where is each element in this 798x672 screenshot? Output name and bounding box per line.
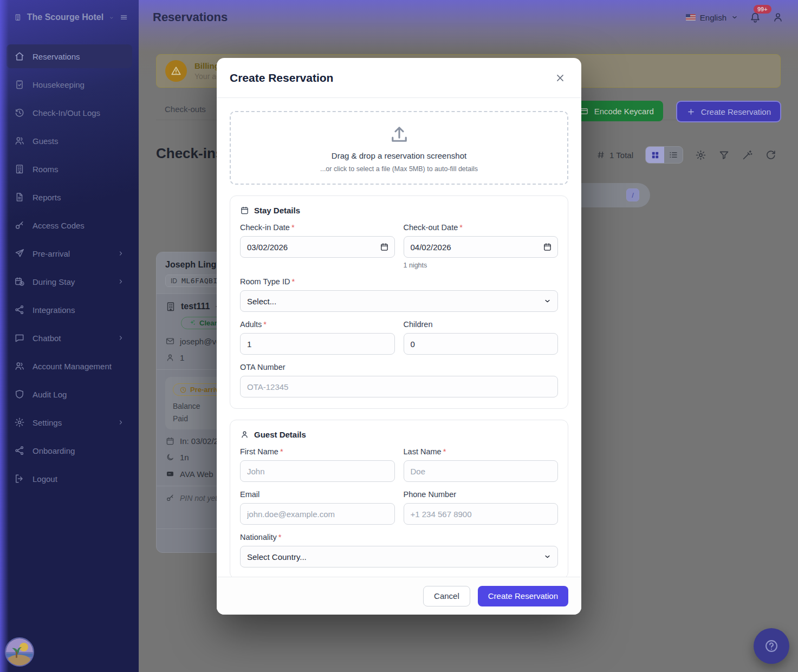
- sidebar-item-pre-arrival[interactable]: Pre-arrival: [7, 242, 132, 265]
- view-toggle: [645, 146, 683, 164]
- sidebar-item-integrations[interactable]: Integrations: [7, 298, 132, 322]
- create-reservation-submit-button[interactable]: Create Reservation: [478, 586, 568, 606]
- encode-keycard-button[interactable]: Encode Keycard: [569, 101, 663, 121]
- plus-icon: [686, 107, 696, 116]
- booking-source: AVA Web: [180, 469, 213, 479]
- check-in-date-label: Check-in Date*: [240, 223, 395, 232]
- check-ins-heading: Check-ins: [156, 145, 223, 162]
- sidebar-item-label: Account Management: [33, 362, 112, 371]
- send-icon: [14, 248, 25, 259]
- menu-icon[interactable]: [120, 11, 128, 23]
- clipboard-icon: [14, 79, 25, 90]
- screenshot-dropzone[interactable]: Drag & drop a reservation screenshot ...…: [230, 111, 568, 185]
- modal-footer: Cancel Create Reservation: [217, 577, 581, 615]
- sidebar-item-reservations[interactable]: Reservations: [7, 44, 132, 68]
- settings-button[interactable]: [695, 149, 706, 161]
- us-flag-icon: [686, 14, 696, 21]
- tab-check-outs[interactable]: Check-outs: [165, 105, 206, 114]
- adults-input[interactable]: [240, 333, 395, 355]
- hotel-icon: [14, 12, 22, 23]
- close-button[interactable]: [552, 70, 568, 86]
- close-icon: [554, 72, 566, 84]
- chevron-right-icon: [117, 250, 125, 257]
- sidebar-item-settings[interactable]: Settings: [7, 410, 132, 434]
- sidebar-item-label: Onboarding: [33, 446, 75, 455]
- create-reservation-button-toolbar[interactable]: Create Reservation: [676, 101, 781, 122]
- check-out-date-input[interactable]: [404, 236, 559, 258]
- hash-icon: [596, 151, 605, 159]
- stay-details-section: Stay Details Check-in Date* Check-out Da…: [230, 195, 568, 409]
- gear-icon: [14, 417, 25, 428]
- avatar[interactable]: [5, 637, 34, 667]
- sidebar-item-label: Reports: [33, 193, 61, 202]
- check-in-date-input[interactable]: [240, 236, 395, 258]
- sidebar-item-reports[interactable]: Reports: [7, 185, 132, 209]
- mail-icon: [165, 336, 175, 346]
- sidebar-item-access-codes[interactable]: Access Codes: [7, 213, 132, 237]
- room-type-select[interactable]: Select...: [240, 290, 558, 312]
- user-menu-button[interactable]: [772, 11, 784, 23]
- hotel-switcher[interactable]: The Scourge Hotel: [0, 0, 139, 35]
- sidebar-item-label: Guests: [33, 136, 59, 146]
- warning-icon: [165, 60, 187, 82]
- magic-wand-button[interactable]: [742, 149, 753, 161]
- sidebar-item-chatbot[interactable]: Chatbot: [7, 326, 132, 350]
- document-icon: [14, 192, 25, 203]
- clean-badge-label: Clean: [199, 319, 218, 327]
- email-input[interactable]: [240, 503, 395, 525]
- sidebar-item-audit-log[interactable]: Audit Log: [7, 382, 132, 406]
- sidebar-nav: Reservations Housekeeping Check-In/Out L…: [0, 35, 139, 491]
- sidebar-item-logout[interactable]: Logout: [7, 467, 132, 491]
- calendar-icon: [165, 436, 175, 446]
- upload-icon: [388, 123, 411, 146]
- check-out-date-label: Check-out Date*: [404, 223, 559, 232]
- filter-button[interactable]: [718, 149, 730, 161]
- key-icon: [165, 493, 175, 503]
- shield-icon: [14, 389, 25, 400]
- sidebar-item-checkin-out-logs[interactable]: Check-In/Out Logs: [7, 101, 132, 125]
- nationality-select[interactable]: Select Country...: [240, 546, 558, 567]
- island-avatar-image: [6, 638, 33, 666]
- sidebar-item-label: Audit Log: [33, 390, 67, 399]
- first-name-input[interactable]: [240, 460, 395, 482]
- users-icon: [14, 361, 25, 371]
- nights-note: 1 nights: [404, 262, 559, 269]
- sidebar-item-account-management[interactable]: Account Management: [7, 354, 132, 378]
- users-icon: [14, 135, 25, 146]
- total-count-label: 1 Total: [609, 151, 633, 160]
- chevron-right-icon: [117, 278, 125, 285]
- sidebar-item-rooms[interactable]: Rooms: [7, 157, 132, 181]
- list-view-button[interactable]: [664, 147, 683, 163]
- encode-keycard-label: Encode Keycard: [594, 107, 654, 116]
- notification-badge: 99+: [754, 5, 771, 14]
- dropzone-title: Drag & drop a reservation screenshot: [332, 151, 466, 160]
- cancel-button[interactable]: Cancel: [423, 586, 470, 606]
- history-icon: [14, 107, 25, 118]
- hotel-name: The Scourge Hotel: [27, 12, 103, 22]
- phone-input[interactable]: [404, 503, 559, 525]
- calendar-icon: [240, 206, 249, 215]
- sidebar-item-onboarding[interactable]: Onboarding: [7, 439, 132, 462]
- modal-header: Create Reservation: [217, 58, 581, 98]
- sidebar-item-housekeeping[interactable]: Housekeeping: [7, 73, 132, 96]
- grid-view-button[interactable]: [646, 147, 664, 163]
- notifications-button[interactable]: 99+: [749, 11, 761, 23]
- children-input[interactable]: [404, 333, 559, 355]
- sidebar-item-guests[interactable]: Guests: [7, 129, 132, 153]
- sidebar-item-label: During Stay: [33, 277, 75, 286]
- last-name-input[interactable]: [404, 460, 559, 482]
- sidebar-item-during-stay[interactable]: During Stay: [7, 270, 132, 293]
- id-value: ML6FAQBI: [181, 277, 218, 285]
- ota-number-input[interactable]: [240, 376, 558, 397]
- modal-body: Drag & drop a reservation screenshot ...…: [217, 98, 581, 577]
- top-header: Reservations English 99+: [139, 0, 798, 35]
- nationality-value: Select Country...: [247, 552, 307, 562]
- ota-number-label: OTA Number: [240, 363, 558, 371]
- section-title: Stay Details: [254, 206, 300, 215]
- help-button[interactable]: [754, 628, 789, 664]
- modal-title: Create Reservation: [230, 71, 333, 84]
- language-selector[interactable]: English: [686, 13, 738, 22]
- question-icon: [764, 638, 779, 654]
- refresh-button[interactable]: [765, 149, 776, 161]
- adults-label: Adults*: [240, 320, 395, 329]
